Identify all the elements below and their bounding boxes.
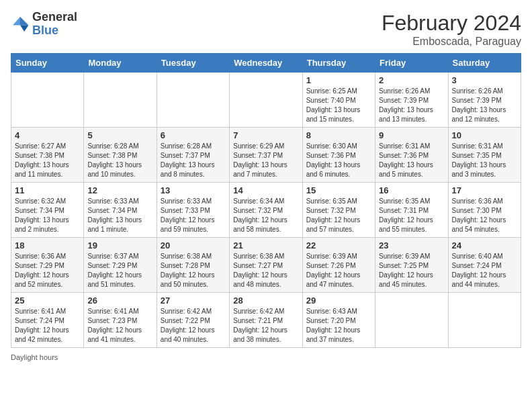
day-detail: Sunrise: 6:37 AM Sunset: 7:29 PM Dayligh… <box>87 252 152 289</box>
day-detail: Sunrise: 6:36 AM Sunset: 7:30 PM Dayligh… <box>452 197 517 234</box>
weekday-header-monday: Monday <box>84 54 157 73</box>
weekday-header-wednesday: Wednesday <box>230 54 302 73</box>
day-number: 21 <box>233 240 298 250</box>
weekday-header-friday: Friday <box>375 54 448 73</box>
day-detail: Sunrise: 6:25 AM Sunset: 7:40 PM Dayligh… <box>306 87 371 124</box>
calendar-cell: 16Sunrise: 6:35 AM Sunset: 7:31 PM Dayli… <box>375 183 448 238</box>
location: Emboscada, Paraguay <box>382 36 521 48</box>
calendar-cell: 8Sunrise: 6:30 AM Sunset: 7:36 PM Daylig… <box>302 128 375 183</box>
calendar-cell: 2Sunrise: 6:26 AM Sunset: 7:39 PM Daylig… <box>375 73 448 128</box>
calendar-week-row: 18Sunrise: 6:36 AM Sunset: 7:29 PM Dayli… <box>11 238 521 293</box>
day-detail: Sunrise: 6:41 AM Sunset: 7:23 PM Dayligh… <box>87 307 152 345</box>
calendar-cell: 13Sunrise: 6:33 AM Sunset: 7:33 PM Dayli… <box>157 183 229 238</box>
day-number: 20 <box>161 240 226 250</box>
day-number: 9 <box>379 130 444 140</box>
calendar-cell: 9Sunrise: 6:31 AM Sunset: 7:36 PM Daylig… <box>375 128 448 183</box>
calendar-cell <box>11 73 84 128</box>
day-number: 11 <box>15 185 80 195</box>
logo-text: General Blue <box>32 11 77 38</box>
day-number: 12 <box>87 185 152 195</box>
day-detail: Sunrise: 6:34 AM Sunset: 7:32 PM Dayligh… <box>233 197 298 234</box>
calendar-cell: 7Sunrise: 6:29 AM Sunset: 7:37 PM Daylig… <box>230 128 302 183</box>
calendar-cell: 3Sunrise: 6:26 AM Sunset: 7:39 PM Daylig… <box>448 73 521 128</box>
weekday-header-row: SundayMondayTuesdayWednesdayThursdayFrid… <box>11 54 521 73</box>
day-detail: Sunrise: 6:33 AM Sunset: 7:33 PM Dayligh… <box>161 197 226 234</box>
day-detail: Sunrise: 6:38 AM Sunset: 7:28 PM Dayligh… <box>161 252 226 289</box>
day-detail: Sunrise: 6:26 AM Sunset: 7:39 PM Dayligh… <box>379 87 444 124</box>
day-detail: Sunrise: 6:39 AM Sunset: 7:26 PM Dayligh… <box>306 252 371 289</box>
day-number: 13 <box>161 185 226 195</box>
calendar-cell: 10Sunrise: 6:31 AM Sunset: 7:35 PM Dayli… <box>448 128 521 183</box>
calendar-cell: 20Sunrise: 6:38 AM Sunset: 7:28 PM Dayli… <box>157 238 229 293</box>
calendar-cell: 11Sunrise: 6:32 AM Sunset: 7:34 PM Dayli… <box>11 183 84 238</box>
day-number: 2 <box>379 75 444 85</box>
day-detail: Sunrise: 6:35 AM Sunset: 7:32 PM Dayligh… <box>306 197 371 234</box>
calendar-cell: 25Sunrise: 6:41 AM Sunset: 7:24 PM Dayli… <box>11 293 84 348</box>
calendar-cell: 5Sunrise: 6:28 AM Sunset: 7:38 PM Daylig… <box>84 128 157 183</box>
day-number: 6 <box>161 130 226 140</box>
day-number: 27 <box>161 295 226 306</box>
day-detail: Sunrise: 6:30 AM Sunset: 7:36 PM Dayligh… <box>306 142 371 179</box>
calendar-cell: 22Sunrise: 6:39 AM Sunset: 7:26 PM Dayli… <box>302 238 375 293</box>
day-number: 3 <box>452 75 517 85</box>
day-detail: Sunrise: 6:36 AM Sunset: 7:29 PM Dayligh… <box>15 252 80 289</box>
calendar-cell <box>448 293 521 348</box>
day-number: 29 <box>306 295 371 306</box>
day-number: 15 <box>306 185 371 195</box>
calendar-cell: 15Sunrise: 6:35 AM Sunset: 7:32 PM Dayli… <box>302 183 375 238</box>
day-detail: Sunrise: 6:42 AM Sunset: 7:22 PM Dayligh… <box>161 307 226 345</box>
day-detail: Sunrise: 6:41 AM Sunset: 7:24 PM Dayligh… <box>15 307 80 345</box>
day-number: 23 <box>379 240 444 250</box>
calendar-cell <box>157 73 229 128</box>
calendar-cell <box>230 73 302 128</box>
calendar-cell: 27Sunrise: 6:42 AM Sunset: 7:22 PM Dayli… <box>157 293 229 348</box>
calendar-week-row: 11Sunrise: 6:32 AM Sunset: 7:34 PM Dayli… <box>11 183 521 238</box>
svg-marker-1 <box>20 25 28 31</box>
calendar-table: SundayMondayTuesdayWednesdayThursdayFrid… <box>11 53 521 348</box>
calendar-week-row: 1Sunrise: 6:25 AM Sunset: 7:40 PM Daylig… <box>11 73 521 128</box>
calendar-cell: 18Sunrise: 6:36 AM Sunset: 7:29 PM Dayli… <box>11 238 84 293</box>
logo-blue: Blue <box>32 24 77 38</box>
day-number: 16 <box>379 185 444 195</box>
day-detail: Sunrise: 6:27 AM Sunset: 7:38 PM Dayligh… <box>15 142 80 179</box>
weekday-header-saturday: Saturday <box>448 54 521 73</box>
day-number: 28 <box>233 295 298 306</box>
day-number: 18 <box>15 240 80 250</box>
calendar-cell: 21Sunrise: 6:38 AM Sunset: 7:27 PM Dayli… <box>230 238 302 293</box>
day-detail: Sunrise: 6:28 AM Sunset: 7:37 PM Dayligh… <box>161 142 226 179</box>
svg-marker-0 <box>20 17 28 25</box>
day-number: 4 <box>15 130 80 140</box>
page-header: General Blue February 2024 Emboscada, Pa… <box>11 11 521 48</box>
day-detail: Sunrise: 6:32 AM Sunset: 7:34 PM Dayligh… <box>15 197 80 234</box>
calendar-cell: 17Sunrise: 6:36 AM Sunset: 7:30 PM Dayli… <box>448 183 521 238</box>
title-block: February 2024 Emboscada, Paraguay <box>382 11 521 48</box>
calendar-cell: 23Sunrise: 6:39 AM Sunset: 7:25 PM Dayli… <box>375 238 448 293</box>
day-detail: Sunrise: 6:43 AM Sunset: 7:20 PM Dayligh… <box>306 307 371 345</box>
svg-marker-2 <box>13 17 20 25</box>
day-number: 17 <box>452 185 517 195</box>
calendar-cell: 14Sunrise: 6:34 AM Sunset: 7:32 PM Dayli… <box>230 183 302 238</box>
weekday-header-thursday: Thursday <box>302 54 375 73</box>
day-number: 14 <box>233 185 298 195</box>
day-number: 19 <box>87 240 152 250</box>
day-detail: Sunrise: 6:35 AM Sunset: 7:31 PM Dayligh… <box>379 197 444 234</box>
day-number: 25 <box>15 295 80 306</box>
month-year: February 2024 <box>382 11 521 36</box>
day-number: 10 <box>452 130 517 140</box>
day-number: 24 <box>452 240 517 250</box>
calendar-cell: 26Sunrise: 6:41 AM Sunset: 7:23 PM Dayli… <box>84 293 157 348</box>
daylight-label: Daylight hours <box>11 353 58 361</box>
calendar-cell: 28Sunrise: 6:42 AM Sunset: 7:21 PM Dayli… <box>230 293 302 348</box>
calendar-week-row: 25Sunrise: 6:41 AM Sunset: 7:24 PM Dayli… <box>11 293 521 348</box>
calendar-cell: 29Sunrise: 6:43 AM Sunset: 7:20 PM Dayli… <box>302 293 375 348</box>
logo: General Blue <box>11 11 77 38</box>
day-detail: Sunrise: 6:40 AM Sunset: 7:24 PM Dayligh… <box>452 252 517 289</box>
calendar-cell <box>84 73 157 128</box>
calendar-cell: 6Sunrise: 6:28 AM Sunset: 7:37 PM Daylig… <box>157 128 229 183</box>
weekday-header-sunday: Sunday <box>11 54 84 73</box>
day-number: 1 <box>306 75 371 85</box>
day-detail: Sunrise: 6:29 AM Sunset: 7:37 PM Dayligh… <box>233 142 298 179</box>
day-detail: Sunrise: 6:28 AM Sunset: 7:38 PM Dayligh… <box>87 142 152 179</box>
day-number: 5 <box>87 130 152 140</box>
day-number: 26 <box>87 295 152 306</box>
